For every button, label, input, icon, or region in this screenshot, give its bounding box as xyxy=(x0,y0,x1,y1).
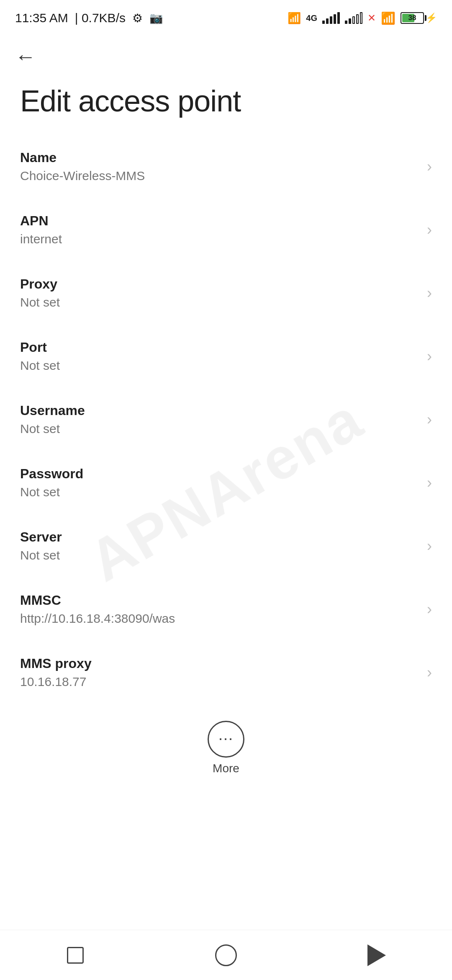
settings-item[interactable]: Server Not set › xyxy=(0,514,452,578)
settings-item-label-1: APN xyxy=(20,213,419,229)
chevron-icon-7: › xyxy=(427,601,432,618)
chevron-icon-4: › xyxy=(427,411,432,428)
settings-item-label-8: MMS proxy xyxy=(20,656,419,671)
chevron-icon-1: › xyxy=(427,221,432,239)
settings-item-content-8: MMS proxy 10.16.18.77 xyxy=(20,656,419,689)
more-button[interactable]: ⋯ More xyxy=(208,721,244,775)
settings-item-label-3: Port xyxy=(20,340,419,355)
back-arrow-icon: ← xyxy=(15,46,36,67)
settings-item-content-5: Password Not set xyxy=(20,466,419,499)
settings-item[interactable]: Name Choice-Wireless-MMS › xyxy=(0,135,452,198)
settings-item-value-2: Not set xyxy=(20,295,419,309)
settings-item-content-4: Username Not set xyxy=(20,403,419,436)
speed-display: | 0.7KB/s xyxy=(75,11,126,25)
4g-icon: 4G xyxy=(306,13,317,23)
recent-apps-icon xyxy=(67,947,84,964)
settings-item-value-5: Not set xyxy=(20,485,419,499)
settings-item-label-4: Username xyxy=(20,403,419,418)
more-icon-circle: ⋯ xyxy=(208,721,244,758)
chevron-icon-8: › xyxy=(427,664,432,681)
chevron-icon-2: › xyxy=(427,284,432,302)
page-title: Edit access point xyxy=(0,75,452,135)
settings-item-value-6: Not set xyxy=(20,548,419,562)
settings-item-value-4: Not set xyxy=(20,422,419,436)
settings-item-content-7: MMSC http://10.16.18.4:38090/was xyxy=(20,593,419,626)
settings-item-value-7: http://10.16.18.4:38090/was xyxy=(20,611,419,626)
settings-item-value-3: Not set xyxy=(20,358,419,373)
settings-item-label-5: Password xyxy=(20,466,419,482)
more-section: ⋯ More xyxy=(0,704,452,788)
settings-item[interactable]: APN internet › xyxy=(0,198,452,261)
more-label: More xyxy=(213,762,239,775)
settings-item-label-0: Name xyxy=(20,150,419,165)
settings-item[interactable]: MMS proxy 10.16.18.77 › xyxy=(0,641,452,704)
charging-icon: ⚡ xyxy=(426,13,437,23)
more-dots-icon: ⋯ xyxy=(218,732,234,747)
status-right: 📶 4G ✕ 📶 38 ⚡ xyxy=(288,11,437,25)
no-signal-icon: ✕ xyxy=(367,12,376,24)
settings-item-value-0: Choice-Wireless-MMS xyxy=(20,169,419,183)
status-left: 11:35 AM | 0.7KB/s ⚙ 📷 xyxy=(15,11,163,25)
chevron-icon-3: › xyxy=(427,348,432,365)
settings-item[interactable]: Username Not set › xyxy=(0,388,452,451)
settings-item[interactable]: Proxy Not set › xyxy=(0,261,452,325)
settings-item-content-2: Proxy Not set xyxy=(20,276,419,309)
time-display: 11:35 AM xyxy=(15,11,68,25)
nav-recent-apps-button[interactable] xyxy=(50,939,100,972)
settings-item-value-1: internet xyxy=(20,232,419,246)
signal-bars-2 xyxy=(345,12,362,24)
nav-back-button[interactable] xyxy=(352,939,402,972)
toolbar: ← xyxy=(0,34,452,75)
nav-home-button[interactable] xyxy=(201,939,251,972)
chevron-icon-5: › xyxy=(427,474,432,492)
wifi-icon: 📶 xyxy=(381,11,396,25)
back-button[interactable]: ← xyxy=(15,46,36,67)
settings-item-content-0: Name Choice-Wireless-MMS xyxy=(20,150,419,183)
status-bar: 11:35 AM | 0.7KB/s ⚙ 📷 📶 4G ✕ 📶 xyxy=(0,0,452,34)
settings-item[interactable]: MMSC http://10.16.18.4:38090/was › xyxy=(0,578,452,641)
back-nav-icon xyxy=(367,944,386,966)
settings-item-label-6: Server xyxy=(20,529,419,545)
settings-item-content-3: Port Not set xyxy=(20,340,419,373)
battery-indicator: 38 xyxy=(401,12,424,24)
settings-item-label-7: MMSC xyxy=(20,593,419,608)
signal-bars-1 xyxy=(322,12,340,24)
settings-icon: ⚙ xyxy=(132,11,143,25)
settings-list: Name Choice-Wireless-MMS › APN internet … xyxy=(0,135,452,704)
chevron-icon-6: › xyxy=(427,537,432,555)
nav-bar xyxy=(0,930,452,980)
settings-item-content-1: APN internet xyxy=(20,213,419,246)
bluetooth-icon: 📶 xyxy=(288,12,301,25)
battery-container: 38 ⚡ xyxy=(401,12,437,24)
home-icon xyxy=(215,944,237,966)
chevron-icon-0: › xyxy=(427,158,432,175)
settings-item[interactable]: Password Not set › xyxy=(0,451,452,514)
settings-item-content-6: Server Not set xyxy=(20,529,419,562)
settings-item-value-8: 10.16.18.77 xyxy=(20,675,419,689)
settings-item[interactable]: Port Not set › xyxy=(0,325,452,388)
settings-item-label-2: Proxy xyxy=(20,276,419,292)
camera-icon: 📷 xyxy=(149,12,163,25)
